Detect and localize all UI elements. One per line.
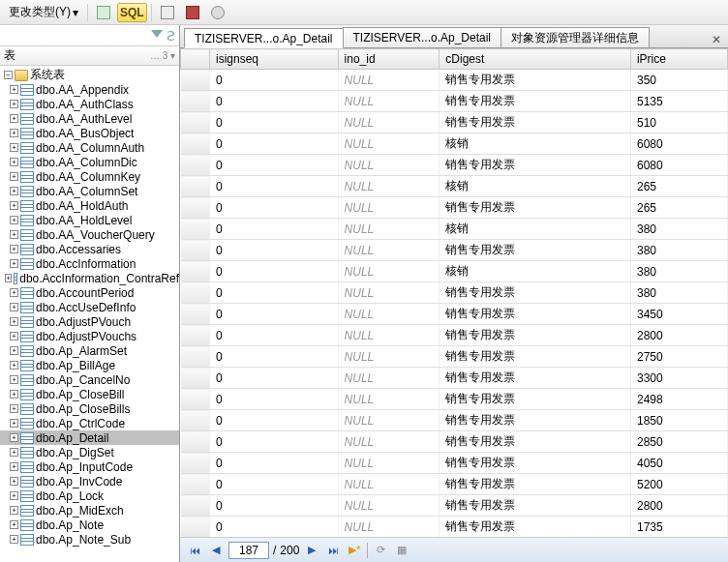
expand-icon[interactable]: + xyxy=(10,506,18,515)
row-selector[interactable] xyxy=(181,155,210,176)
row-selector[interactable] xyxy=(181,176,210,197)
expand-icon[interactable]: + xyxy=(10,404,18,413)
sql-button[interactable]: SQL xyxy=(117,3,147,22)
cell-cDigest[interactable]: 核销 xyxy=(440,219,631,240)
cell-cDigest[interactable]: 核销 xyxy=(440,133,631,155)
cell-iPrice[interactable]: 5135 xyxy=(630,91,727,112)
tab-ap-detail-2[interactable]: TIZISERVER...o.Ap_Detail xyxy=(343,27,502,47)
tab-object-explorer-details[interactable]: 对象资源管理器详细信息 xyxy=(500,27,650,47)
expand-icon[interactable]: − xyxy=(4,71,13,79)
cell-isignseq[interactable]: 0 xyxy=(210,517,339,538)
table-node[interactable]: +dbo.AdjustPVouchs xyxy=(0,329,179,343)
tree-root-system-tables[interactable]: −系统表 xyxy=(0,68,179,82)
expand-icon[interactable]: + xyxy=(10,230,18,239)
cell-ino_id[interactable]: NULL xyxy=(338,91,440,112)
table-row[interactable]: 0NULL销售专用发票2750 xyxy=(181,346,728,368)
table-node[interactable]: +dbo.AccInformation_ContraRef xyxy=(0,271,179,285)
cell-isignseq[interactable]: 0 xyxy=(210,133,339,155)
table-row[interactable]: 0NULL销售专用发票380 xyxy=(181,282,728,304)
stop-button[interactable]: ▦ xyxy=(393,542,410,559)
cell-cDigest[interactable]: 销售专用发票 xyxy=(440,112,631,133)
expand-icon[interactable]: + xyxy=(10,216,18,224)
cell-isignseq[interactable]: 0 xyxy=(210,197,339,219)
table-node[interactable]: +dbo.Ap_InputCode xyxy=(0,459,179,474)
expand-icon[interactable]: + xyxy=(10,114,18,123)
close-tab-button[interactable]: ✕ xyxy=(709,32,724,47)
table-row[interactable]: 0NULL销售专用发票2850 xyxy=(181,431,728,453)
table-node[interactable]: +dbo.Ap_MidExch xyxy=(0,503,179,518)
cell-isignseq[interactable]: 0 xyxy=(210,474,339,495)
expand-icon[interactable]: + xyxy=(10,448,18,457)
row-selector[interactable] xyxy=(181,346,210,368)
cell-iPrice[interactable]: 380 xyxy=(630,282,727,304)
table-node[interactable]: +dbo.Accessaries xyxy=(0,242,179,256)
table-node[interactable]: +dbo.Ap_Note_Sub xyxy=(0,532,179,547)
cell-ino_id[interactable]: NULL xyxy=(338,431,440,453)
cell-iPrice[interactable]: 380 xyxy=(630,261,727,282)
cell-iPrice[interactable]: 380 xyxy=(630,219,727,240)
table-node[interactable]: +dbo.AA_HoldLevel xyxy=(0,213,179,227)
row-selector[interactable] xyxy=(181,261,210,282)
cell-cDigest[interactable]: 销售专用发票 xyxy=(440,517,631,538)
cell-ino_id[interactable]: NULL xyxy=(338,474,440,495)
cell-iPrice[interactable]: 4050 xyxy=(630,453,727,474)
cell-isignseq[interactable]: 0 xyxy=(210,91,339,112)
prev-page-button[interactable]: ◀ xyxy=(207,542,225,559)
expand-icon[interactable]: + xyxy=(10,520,18,529)
refresh-button[interactable]: ⟳ xyxy=(372,542,389,559)
cell-cDigest[interactable]: 销售专用发票 xyxy=(440,282,631,304)
table-row[interactable]: 0NULL核销380 xyxy=(181,219,728,240)
table-row[interactable]: 0NULL销售专用发票5135 xyxy=(181,91,728,112)
cell-ino_id[interactable]: NULL xyxy=(338,304,440,325)
cell-cDigest[interactable]: 销售专用发票 xyxy=(440,325,631,346)
cell-iPrice[interactable]: 510 xyxy=(630,112,727,133)
table-node[interactable]: +dbo.Ap_CtrlCode xyxy=(0,416,179,430)
cell-iPrice[interactable]: 265 xyxy=(630,176,727,197)
cell-ino_id[interactable]: NULL xyxy=(338,346,440,368)
cell-isignseq[interactable]: 0 xyxy=(210,155,339,176)
table-node[interactable]: +dbo.Ap_Note xyxy=(0,518,179,532)
cell-cDigest[interactable]: 销售专用发票 xyxy=(440,368,631,389)
table-node[interactable]: +dbo.AA_ColumnDic xyxy=(0,155,179,169)
table-node[interactable]: +dbo.Ap_BillAge xyxy=(0,358,179,372)
column-header-iPrice[interactable]: iPrice xyxy=(630,49,727,70)
cell-ino_id[interactable]: NULL xyxy=(338,282,440,304)
sort-icon[interactable]: Ƨ xyxy=(167,28,175,44)
row-selector[interactable] xyxy=(181,517,210,538)
row-selector[interactable] xyxy=(181,91,210,112)
expand-icon[interactable]: + xyxy=(10,491,18,500)
cell-isignseq[interactable]: 0 xyxy=(210,112,339,133)
cell-isignseq[interactable]: 0 xyxy=(210,261,339,282)
table-node[interactable]: +dbo.Ap_CloseBills xyxy=(0,401,179,416)
table-row[interactable]: 0NULL核销380 xyxy=(181,261,728,282)
expand-icon[interactable]: + xyxy=(10,201,18,210)
table-row[interactable]: 0NULL销售专用发票510 xyxy=(181,112,728,133)
column-header-isignseq[interactable]: isignseq xyxy=(210,49,339,70)
cell-ino_id[interactable]: NULL xyxy=(338,389,440,410)
cell-ino_id[interactable]: NULL xyxy=(338,112,440,133)
row-selector[interactable] xyxy=(181,389,210,410)
table-node[interactable]: +dbo.Ap_Detail xyxy=(0,430,179,445)
cell-iPrice[interactable]: 6080 xyxy=(630,155,727,176)
column-header-ino_id[interactable]: ino_id xyxy=(338,49,440,70)
last-page-button[interactable]: ⏭ xyxy=(324,542,342,559)
cell-cDigest[interactable]: 核销 xyxy=(440,176,631,197)
table-node[interactable]: +dbo.AA_Appendix xyxy=(0,82,179,97)
cell-isignseq[interactable]: 0 xyxy=(210,176,339,197)
cell-iPrice[interactable]: 2800 xyxy=(630,325,727,346)
cell-cDigest[interactable]: 销售专用发票 xyxy=(440,91,631,112)
new-row-button[interactable]: ▶* xyxy=(346,542,363,559)
row-selector[interactable] xyxy=(181,219,210,240)
table-row[interactable]: 0NULL销售专用发票6080 xyxy=(181,155,728,176)
cell-isignseq[interactable]: 0 xyxy=(210,346,339,368)
table-node[interactable]: +dbo.AA_ColumnAuth xyxy=(0,140,179,155)
change-type-button[interactable]: 更改类型(Y) ▾ xyxy=(4,3,83,22)
table-row[interactable]: 0NULL核销6080 xyxy=(181,133,728,155)
cell-iPrice[interactable]: 6080 xyxy=(630,133,727,155)
table-node[interactable]: +dbo.AA_ColumnSet xyxy=(0,184,179,198)
row-selector[interactable] xyxy=(181,474,210,495)
row-selector[interactable] xyxy=(181,304,210,325)
cell-iPrice[interactable]: 1850 xyxy=(630,410,727,431)
expand-icon[interactable]: + xyxy=(10,85,18,94)
cell-isignseq[interactable]: 0 xyxy=(210,240,339,261)
